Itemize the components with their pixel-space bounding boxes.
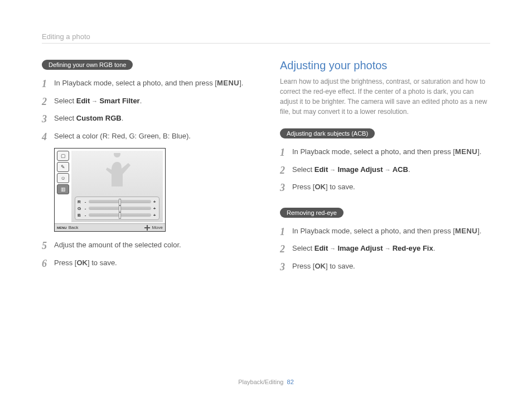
move-label: Move [152, 225, 163, 230]
diagram-sidebar: ▢ ✎ ☺ ▥ [57, 151, 69, 194]
intro-paragraph: Learn how to adjust the brightness, cont… [280, 76, 490, 117]
slider-bar [89, 207, 151, 210]
step-text: Press [ [292, 262, 315, 270]
ok-label: OK [76, 259, 88, 267]
bold-edit: Edit [315, 165, 328, 174]
mode-icon-2: ✎ [57, 162, 69, 172]
plus-icon: + [152, 206, 157, 211]
ok-label: OK [315, 183, 326, 191]
camera-screen-diagram: ▢ ✎ ☺ ▥ R - + G - [54, 148, 166, 232]
arrow-icon: → [90, 98, 99, 104]
bold-acb: ACB [393, 165, 408, 174]
redeye-steps: In Playback mode, select a photo, and th… [280, 226, 490, 272]
step-text: In Playback mode, select a photo, and th… [54, 79, 217, 87]
menu-icon: MENU [57, 226, 67, 229]
step-2: Select Edit → Smart Filter. [42, 95, 252, 107]
rgb-label-g: G [78, 206, 83, 211]
menu-label: MENU [455, 147, 477, 156]
bold-edit: Edit [315, 244, 328, 252]
step-3: Press [OK] to save. [280, 261, 490, 272]
slider-bar [89, 213, 151, 217]
minus-icon: - [83, 206, 88, 211]
rgb-label-r: R [78, 199, 83, 204]
menu-label: MENU [217, 79, 239, 87]
rgb-row-g: G - + [78, 205, 157, 211]
step-text: Select [292, 165, 315, 174]
arrow-icon: → [328, 245, 337, 252]
page-number: 82 [287, 379, 294, 385]
rgb-row-b: B - + [78, 212, 157, 218]
mode-icon-1: ▢ [57, 151, 69, 161]
step-2: Select Edit → Image Adjust → Red-eye Fix… [280, 243, 490, 254]
left-column: Defining your own RGB tone In Playback m… [42, 59, 252, 286]
rgb-steps-cont: Adjust the amount of the selected color.… [42, 240, 252, 268]
step-text: ] to save. [326, 183, 355, 191]
step-text: . [433, 244, 436, 252]
person-silhouette-icon [100, 153, 134, 192]
pill-redeye: Removing red-eye [280, 208, 344, 218]
step-4: Select a color (R: Red, G: Green, B: Blu… [42, 131, 252, 142]
step-5: Adjust the amount of the selected color. [42, 240, 252, 251]
bold-custom-rgb: Custom RGB [76, 114, 122, 122]
step-text: . [140, 97, 142, 105]
step-text: Select [292, 244, 315, 252]
back-label: Back [69, 225, 79, 230]
rgb-label-b: B [78, 213, 83, 218]
rgb-steps: In Playback mode, select a photo, and th… [42, 78, 252, 141]
step-6: Press [OK] to save. [42, 257, 252, 269]
arrow-icon: → [383, 166, 393, 173]
bold-image-adjust: Image Adjust [337, 165, 383, 174]
right-column: Adjusting your photos Learn how to adjus… [280, 59, 490, 286]
mode-icon-4-active: ▥ [57, 184, 69, 194]
diagram-footer-move: Move [144, 225, 163, 231]
acb-steps: In Playback mode, select a photo, and th… [280, 146, 490, 193]
acb-section: Adjusting dark subjects (ACB) In Playbac… [280, 128, 490, 193]
step-text: . [122, 114, 124, 122]
bold-redeye-fix: Red-eye Fix [393, 244, 433, 252]
step-text: ]. [477, 147, 481, 156]
step-text: . [408, 165, 410, 174]
step-2: Select Edit → Image Adjust → ACB. [280, 164, 490, 175]
step-text: In Playback mode, select a photo, and th… [292, 147, 455, 156]
plus-icon: + [152, 199, 157, 204]
step-text: Press [ [292, 183, 315, 191]
arrow-icon: → [328, 166, 337, 173]
step-text: Select [54, 114, 76, 122]
minus-icon: - [83, 199, 88, 204]
pill-rgb-tone: Defining your own RGB tone [42, 60, 133, 70]
page-header: Editing a photo [42, 32, 490, 44]
step-text: In Playback mode, select a photo, and th… [292, 227, 455, 235]
step-1: In Playback mode, select a photo, and th… [42, 78, 252, 89]
bold-edit: Edit [76, 97, 90, 105]
minus-icon: - [83, 213, 88, 218]
redeye-section: Removing red-eye In Playback mode, selec… [280, 207, 490, 272]
step-text: ] to save. [326, 262, 355, 270]
pill-acb: Adjusting dark subjects (ACB) [280, 128, 375, 138]
bold-image-adjust: Image Adjust [337, 244, 383, 252]
step-text: ] to save. [88, 259, 117, 267]
rgb-row-r: R - + [78, 199, 157, 204]
bold-smart-filter: Smart Filter [99, 97, 139, 105]
plus-icon: + [152, 213, 157, 218]
arrow-icon: → [383, 245, 393, 252]
step-text: Press [ [54, 259, 76, 267]
page-footer: Playback/Editing 82 [0, 379, 532, 385]
menu-label: MENU [455, 227, 477, 235]
step-3: Select Custom RGB. [42, 113, 252, 124]
step-3: Press [OK] to save. [280, 181, 490, 193]
diagram-footer-back: MENU Back [57, 225, 78, 230]
mode-icon-3: ☺ [57, 173, 69, 183]
step-text: Select [54, 97, 76, 105]
diagram-preview: R - + G - + B - + [71, 151, 163, 222]
step-text: ]. [239, 79, 243, 87]
ok-label: OK [315, 262, 326, 270]
slider-bar [89, 200, 151, 203]
step-text: ]. [477, 227, 481, 235]
step-1: In Playback mode, select a photo, and th… [280, 146, 490, 157]
step-1: In Playback mode, select a photo, and th… [280, 226, 490, 237]
diagram-footer: MENU Back Move [55, 223, 165, 231]
adjusting-photos-heading: Adjusting your photos [280, 59, 490, 72]
rgb-slider-panel: R - + G - + B - + [75, 197, 159, 220]
footer-section: Playback/Editing [238, 379, 283, 385]
content-columns: Defining your own RGB tone In Playback m… [42, 59, 490, 286]
